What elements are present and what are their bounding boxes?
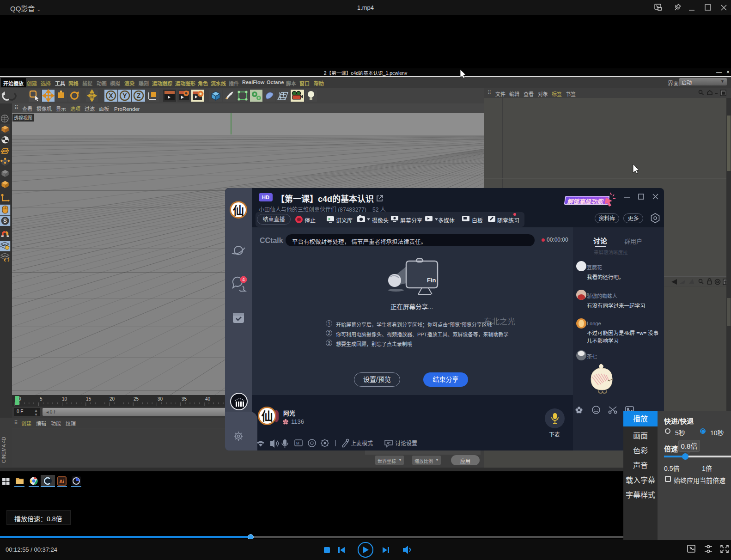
svg-text:Fin: Fin: [427, 277, 436, 284]
svg-text:Ai: Ai: [59, 479, 64, 484]
svg-text:上麦模式: 上麦模式: [351, 440, 373, 447]
svg-text:X: X: [109, 92, 113, 99]
svg-text:S: S: [3, 218, 7, 224]
svg-text:Z: Z: [137, 92, 141, 99]
svg-text:Y: Y: [122, 92, 127, 99]
svg-text:4: 4: [242, 277, 245, 282]
svg-text:讨论设置: 讨论设置: [395, 440, 417, 447]
svg-text:M: M: [296, 441, 299, 445]
